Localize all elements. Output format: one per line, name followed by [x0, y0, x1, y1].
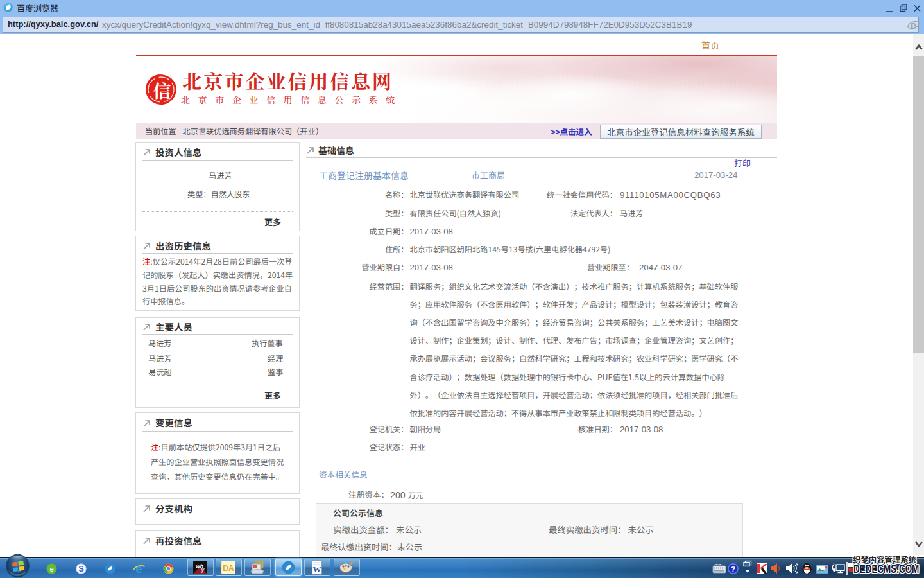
svg-text:y: y [200, 566, 205, 573]
svg-text:e: e [135, 563, 142, 575]
svg-text:e: e [49, 565, 53, 573]
svg-text:DA: DA [223, 564, 234, 573]
svg-text:W: W [313, 565, 321, 574]
svg-text:?: ? [731, 565, 735, 573]
svg-text:S: S [78, 564, 84, 574]
